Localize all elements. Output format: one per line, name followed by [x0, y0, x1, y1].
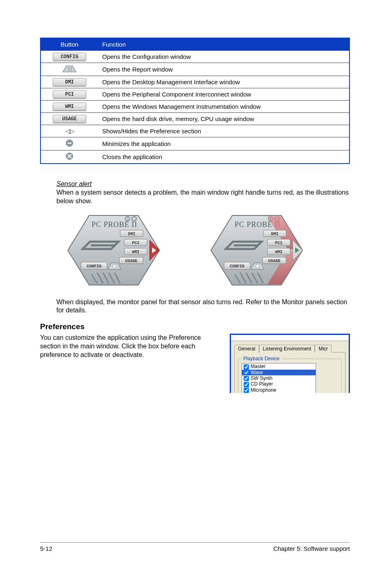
usage-button-icon: USAGE	[53, 115, 86, 123]
checkbox-wave[interactable]	[244, 370, 249, 375]
function-text: Closes the application	[98, 150, 350, 164]
svg-text:WMI: WMI	[275, 250, 282, 254]
pc-probe-panel-alert: PC PROBE II DMI PCI WMI USAGE	[65, 211, 163, 291]
list-item: Wave	[242, 370, 316, 375]
function-text: Opens the Windows Management Instrumenta…	[98, 101, 350, 113]
function-text: Opens the Report window	[98, 63, 350, 76]
svg-text:CONFIG: CONFIG	[230, 264, 244, 269]
list-item: Microphone	[242, 387, 316, 393]
function-text: Minimizes the application	[98, 137, 350, 150]
sensor-alert-heading: Sensor alert	[56, 180, 350, 188]
svg-text:WMI: WMI	[132, 250, 139, 254]
checkbox-master[interactable]	[244, 364, 249, 370]
list-item: SW Synth	[242, 375, 316, 381]
svg-text:PCI: PCI	[132, 241, 139, 245]
playback-device-legend: Playback Device	[242, 356, 281, 361]
table-row: PCI Opens the Peripheral Component Inter…	[40, 88, 350, 101]
svg-text:CONFIG: CONFIG	[87, 264, 101, 269]
pci-button-icon: PCI	[53, 90, 86, 99]
list-item: Master	[242, 364, 316, 369]
function-text: Opens the Peripheral Component Interconn…	[98, 88, 350, 101]
tab-micr[interactable]: Micr	[315, 345, 332, 352]
table-row: Closes the application	[40, 150, 350, 164]
svg-text:USAGE: USAGE	[125, 259, 137, 263]
preferences-heading: Preferences	[40, 322, 350, 331]
svg-text:PC PROBE II: PC PROBE II	[92, 220, 137, 229]
dmi-label: DMI	[128, 232, 135, 236]
list-item: CD Player	[242, 381, 316, 387]
svg-text:USAGE: USAGE	[268, 259, 280, 263]
preferences-text: You can customize the application using …	[40, 334, 217, 359]
dmi-button-icon: DMI	[53, 78, 86, 86]
table-row: WMI Opens the Windows Management Instrum…	[40, 101, 350, 113]
checkbox-microphone[interactable]	[244, 388, 249, 393]
sensor-alert-text: When a system sensor detects a problem, …	[56, 189, 350, 206]
function-text: Shows/Hides the Preference section	[98, 125, 350, 137]
table-row: CONFIG Opens the Configuration window	[40, 51, 350, 63]
svg-rect-25	[113, 265, 116, 268]
table-row: DMI Opens the Desktop Management Interfa…	[40, 76, 350, 88]
function-text: Opens the Desktop Management Interface w…	[98, 76, 350, 88]
playback-device-listbox[interactable]: Master Wave SW Synth CD Player Microphon…	[242, 363, 316, 393]
table-row: USAGE Opens the hard disk drive, memory,…	[40, 113, 350, 125]
close-icon	[65, 152, 74, 162]
checkbox-swsynth[interactable]	[244, 376, 249, 381]
preferences-panel: General Listening Environment Micr Playb…	[230, 334, 350, 393]
pc-probe-panel-redstripes: PC PROBE II DMI PCI WMI USAGE	[208, 211, 306, 291]
tab-listening-environment[interactable]: Listening Environment	[259, 345, 315, 352]
chapter-label: Chapter 5: Software support	[273, 545, 350, 552]
col-header-function: Function	[98, 38, 350, 51]
col-header-button: Button	[40, 38, 98, 51]
function-text: Opens the Configuration window	[98, 51, 350, 63]
wmi-button-icon: WMI	[53, 103, 86, 111]
table-row: Minimizes the application	[40, 137, 350, 150]
minimize-icon	[65, 139, 74, 148]
table-row: Opens the Report window	[40, 63, 350, 76]
function-text: Opens the hard disk drive, memory, CPU u…	[98, 113, 350, 125]
arrows-icon: ◁▷	[65, 127, 74, 135]
report-tab-icon	[63, 65, 76, 73]
svg-rect-12	[126, 218, 129, 219]
table-row: ◁▷ Shows/Hides the Preference section	[40, 125, 350, 137]
svg-text:DMI: DMI	[271, 232, 278, 236]
checkbox-cdplayer[interactable]	[244, 382, 249, 387]
page-number: 5-12	[40, 545, 52, 552]
buttons-function-table: Button Function CONFIG Opens the Configu…	[40, 38, 350, 164]
config-button-icon: CONFIG	[53, 53, 86, 61]
svg-text:PCI: PCI	[275, 241, 282, 245]
svg-rect-5	[67, 143, 72, 144]
svg-rect-49	[256, 265, 259, 268]
sensor-alert-text-2: When displayed, the monitor panel for th…	[56, 298, 350, 315]
tab-general[interactable]: General	[234, 345, 259, 352]
